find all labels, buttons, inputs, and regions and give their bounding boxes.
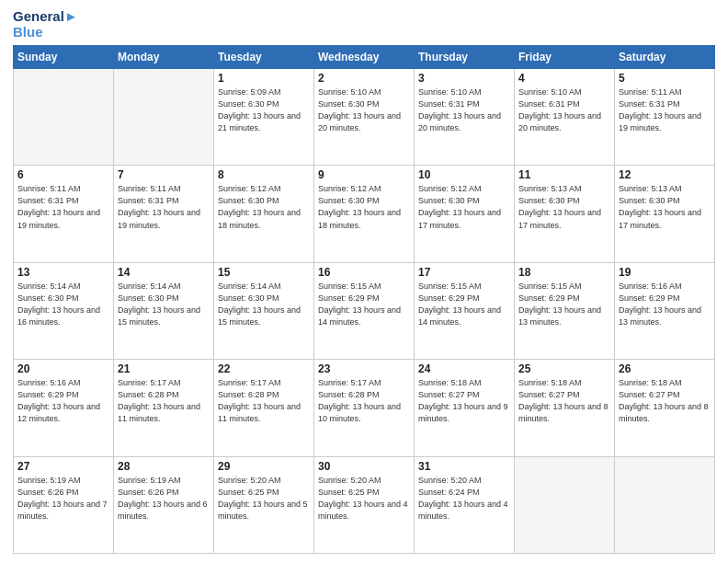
weekday-header-sunday: Sunday	[14, 46, 114, 69]
logo: General►Blue	[13, 9, 78, 40]
calendar-cell: 28Sunrise: 5:19 AM Sunset: 6:26 PM Dayli…	[114, 456, 214, 553]
calendar-cell: 27Sunrise: 5:19 AM Sunset: 6:26 PM Dayli…	[14, 456, 114, 553]
day-number: 25	[518, 362, 610, 375]
day-info: Sunrise: 5:09 AM Sunset: 6:30 PM Dayligh…	[218, 86, 310, 134]
day-number: 29	[218, 460, 310, 473]
day-info: Sunrise: 5:18 AM Sunset: 6:27 PM Dayligh…	[619, 377, 711, 425]
calendar-cell	[515, 456, 615, 553]
day-info: Sunrise: 5:11 AM Sunset: 6:31 PM Dayligh…	[619, 86, 711, 134]
calendar-cell: 17Sunrise: 5:15 AM Sunset: 6:29 PM Dayli…	[415, 262, 515, 359]
day-info: Sunrise: 5:16 AM Sunset: 6:29 PM Dayligh…	[17, 377, 109, 425]
calendar-cell	[14, 69, 114, 166]
calendar-cell: 13Sunrise: 5:14 AM Sunset: 6:30 PM Dayli…	[14, 262, 114, 359]
day-number: 8	[218, 168, 310, 181]
day-info: Sunrise: 5:10 AM Sunset: 6:31 PM Dayligh…	[418, 86, 510, 134]
day-number: 26	[619, 362, 711, 375]
calendar-cell: 11Sunrise: 5:13 AM Sunset: 6:30 PM Dayli…	[515, 166, 615, 262]
day-number: 11	[518, 168, 610, 181]
day-number: 20	[17, 362, 109, 375]
calendar-cell: 10Sunrise: 5:12 AM Sunset: 6:30 PM Dayli…	[415, 166, 515, 262]
weekday-header-saturday: Saturday	[615, 46, 715, 69]
day-info: Sunrise: 5:14 AM Sunset: 6:30 PM Dayligh…	[218, 281, 310, 328]
day-number: 3	[418, 72, 510, 85]
day-number: 12	[619, 168, 711, 181]
header: General►Blue	[13, 9, 715, 40]
day-info: Sunrise: 5:13 AM Sunset: 6:30 PM Dayligh…	[619, 183, 711, 231]
weekday-header-tuesday: Tuesday	[214, 46, 314, 69]
day-info: Sunrise: 5:14 AM Sunset: 6:30 PM Dayligh…	[17, 281, 109, 328]
day-number: 2	[318, 72, 410, 85]
calendar-cell: 16Sunrise: 5:15 AM Sunset: 6:29 PM Dayli…	[314, 262, 415, 359]
calendar-cell: 5Sunrise: 5:11 AM Sunset: 6:31 PM Daylig…	[615, 69, 715, 166]
weekday-header-monday: Monday	[114, 46, 214, 69]
day-info: Sunrise: 5:10 AM Sunset: 6:31 PM Dayligh…	[518, 86, 610, 134]
day-info: Sunrise: 5:11 AM Sunset: 6:31 PM Dayligh…	[17, 183, 109, 231]
day-info: Sunrise: 5:13 AM Sunset: 6:30 PM Dayligh…	[518, 183, 610, 231]
calendar-table: SundayMondayTuesdayWednesdayThursdayFrid…	[13, 45, 715, 554]
calendar-cell: 7Sunrise: 5:11 AM Sunset: 6:31 PM Daylig…	[114, 166, 214, 262]
day-info: Sunrise: 5:15 AM Sunset: 6:29 PM Dayligh…	[318, 281, 410, 328]
weekday-header-friday: Friday	[515, 46, 615, 69]
day-info: Sunrise: 5:20 AM Sunset: 6:25 PM Dayligh…	[318, 475, 410, 523]
day-info: Sunrise: 5:15 AM Sunset: 6:29 PM Dayligh…	[518, 281, 610, 328]
calendar-cell	[615, 456, 715, 553]
day-info: Sunrise: 5:12 AM Sunset: 6:30 PM Dayligh…	[218, 183, 310, 231]
day-number: 7	[118, 168, 210, 181]
day-info: Sunrise: 5:18 AM Sunset: 6:27 PM Dayligh…	[518, 377, 610, 425]
day-number: 15	[218, 266, 310, 279]
day-number: 1	[218, 72, 310, 85]
day-number: 17	[418, 266, 510, 279]
calendar-cell: 21Sunrise: 5:17 AM Sunset: 6:28 PM Dayli…	[114, 360, 214, 456]
day-info: Sunrise: 5:18 AM Sunset: 6:27 PM Dayligh…	[418, 377, 510, 425]
calendar-cell: 12Sunrise: 5:13 AM Sunset: 6:30 PM Dayli…	[615, 166, 715, 262]
calendar-cell: 23Sunrise: 5:17 AM Sunset: 6:28 PM Dayli…	[314, 360, 415, 456]
day-number: 22	[218, 362, 310, 375]
day-info: Sunrise: 5:17 AM Sunset: 6:28 PM Dayligh…	[218, 377, 310, 425]
calendar-cell: 29Sunrise: 5:20 AM Sunset: 6:25 PM Dayli…	[214, 456, 314, 553]
calendar-cell: 30Sunrise: 5:20 AM Sunset: 6:25 PM Dayli…	[314, 456, 415, 553]
day-number: 18	[518, 266, 610, 279]
calendar-cell: 8Sunrise: 5:12 AM Sunset: 6:30 PM Daylig…	[214, 166, 314, 262]
calendar-cell: 1Sunrise: 5:09 AM Sunset: 6:30 PM Daylig…	[214, 69, 314, 166]
calendar-cell: 4Sunrise: 5:10 AM Sunset: 6:31 PM Daylig…	[515, 69, 615, 166]
day-info: Sunrise: 5:20 AM Sunset: 6:25 PM Dayligh…	[218, 475, 310, 523]
day-info: Sunrise: 5:19 AM Sunset: 6:26 PM Dayligh…	[118, 475, 210, 523]
day-number: 4	[518, 72, 610, 85]
day-number: 30	[318, 460, 410, 473]
calendar-cell: 3Sunrise: 5:10 AM Sunset: 6:31 PM Daylig…	[415, 69, 515, 166]
day-info: Sunrise: 5:20 AM Sunset: 6:24 PM Dayligh…	[418, 475, 510, 523]
calendar-cell: 24Sunrise: 5:18 AM Sunset: 6:27 PM Dayli…	[415, 360, 515, 456]
day-number: 21	[118, 362, 210, 375]
calendar-cell: 22Sunrise: 5:17 AM Sunset: 6:28 PM Dayli…	[214, 360, 314, 456]
calendar-cell: 9Sunrise: 5:12 AM Sunset: 6:30 PM Daylig…	[314, 166, 415, 262]
logo-text: General►Blue	[13, 9, 78, 40]
day-info: Sunrise: 5:17 AM Sunset: 6:28 PM Dayligh…	[318, 377, 410, 425]
calendar-cell: 18Sunrise: 5:15 AM Sunset: 6:29 PM Dayli…	[515, 262, 615, 359]
calendar-cell: 25Sunrise: 5:18 AM Sunset: 6:27 PM Dayli…	[515, 360, 615, 456]
day-number: 14	[118, 266, 210, 279]
calendar-cell: 2Sunrise: 5:10 AM Sunset: 6:30 PM Daylig…	[314, 69, 415, 166]
weekday-header-thursday: Thursday	[415, 46, 515, 69]
day-number: 16	[318, 266, 410, 279]
day-number: 10	[418, 168, 510, 181]
day-number: 9	[318, 168, 410, 181]
day-info: Sunrise: 5:12 AM Sunset: 6:30 PM Dayligh…	[318, 183, 410, 231]
day-number: 31	[418, 460, 510, 473]
day-info: Sunrise: 5:15 AM Sunset: 6:29 PM Dayligh…	[418, 281, 510, 328]
day-number: 24	[418, 362, 510, 375]
calendar-cell: 26Sunrise: 5:18 AM Sunset: 6:27 PM Dayli…	[615, 360, 715, 456]
calendar-cell: 31Sunrise: 5:20 AM Sunset: 6:24 PM Dayli…	[415, 456, 515, 553]
calendar-cell: 19Sunrise: 5:16 AM Sunset: 6:29 PM Dayli…	[615, 262, 715, 359]
day-info: Sunrise: 5:11 AM Sunset: 6:31 PM Dayligh…	[118, 183, 210, 231]
calendar-cell: 15Sunrise: 5:14 AM Sunset: 6:30 PM Dayli…	[214, 262, 314, 359]
calendar-cell: 6Sunrise: 5:11 AM Sunset: 6:31 PM Daylig…	[14, 166, 114, 262]
day-number: 13	[17, 266, 109, 279]
day-info: Sunrise: 5:17 AM Sunset: 6:28 PM Dayligh…	[118, 377, 210, 425]
calendar-cell: 20Sunrise: 5:16 AM Sunset: 6:29 PM Dayli…	[14, 360, 114, 456]
day-info: Sunrise: 5:14 AM Sunset: 6:30 PM Dayligh…	[118, 281, 210, 328]
day-number: 6	[17, 168, 109, 181]
weekday-header-wednesday: Wednesday	[314, 46, 415, 69]
calendar-cell	[114, 69, 214, 166]
day-info: Sunrise: 5:19 AM Sunset: 6:26 PM Dayligh…	[17, 475, 109, 523]
day-number: 27	[17, 460, 109, 473]
